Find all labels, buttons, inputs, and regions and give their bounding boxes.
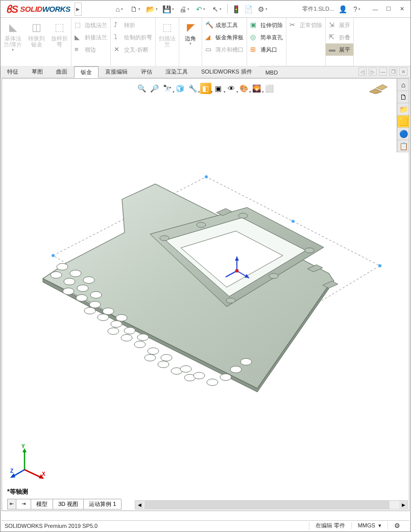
mdi-close-button[interactable]: ✕: [399, 67, 407, 76]
gear-icon: ⚙: [258, 5, 264, 13]
ribbon-group-forming: 🔨成形工具 ◢钣金角撑板 ▭薄片和槽口: [202, 18, 247, 66]
edge-flange-button[interactable]: ⬚边线法兰: [71, 19, 110, 31]
menu-expand-button[interactable]: ▶: [75, 3, 82, 16]
view-settings-button[interactable]: ⬜: [264, 83, 275, 94]
forming-tool-button[interactable]: 🔨成形工具: [202, 19, 247, 31]
svg-point-5: [292, 220, 295, 223]
display-style-button[interactable]: ▣: [213, 83, 224, 94]
scroll-right-button[interactable]: ▶: [399, 501, 407, 509]
task-design-library-button[interactable]: 🗋: [397, 91, 409, 103]
edit-appearance-button[interactable]: 🎨: [238, 83, 250, 94]
home-button[interactable]: ⌂: [111, 4, 127, 15]
hem-button[interactable]: ≡褶边: [71, 43, 110, 56]
miter-flange-icon: ◣: [75, 33, 83, 41]
orientation-triad[interactable]: Y X Z: [10, 444, 46, 480]
svg-point-0: [52, 254, 55, 257]
mdi-minimize-button[interactable]: —: [379, 67, 387, 76]
tab-direct-editing[interactable]: 直接编辑: [99, 66, 134, 77]
status-units[interactable]: MMGS ▾: [351, 522, 388, 529]
task-appearances-button[interactable]: 🔵: [397, 128, 409, 140]
simple-hole-button[interactable]: ◎简单直孔: [247, 31, 286, 43]
svg-point-37: [158, 361, 169, 368]
print-button[interactable]: 🖨: [177, 4, 192, 15]
graphics-viewport[interactable]: 🔍 🔎 🔭 🧊 🔧 ◧ ▣ 👁 🎨 🌄 ⬜ ⌂ 🗋 📁 🟨 🔵 📋: [2, 78, 409, 511]
tab-slot-button[interactable]: ▭薄片和槽口: [202, 43, 247, 56]
rebuild-button[interactable]: 🚦: [230, 4, 241, 15]
tab-mbd[interactable]: MBD: [259, 67, 284, 77]
flatten-button[interactable]: ▬展平: [326, 43, 353, 56]
svg-point-25: [116, 315, 127, 321]
minimize-button[interactable]: —: [369, 4, 382, 15]
maximize-button[interactable]: ☐: [382, 4, 395, 15]
ribbon-group-base: ◣基体法 兰/薄片▾ ◫转换到 钣金 ⬚放样折 弯: [1, 18, 71, 66]
dynamic-annotation-button[interactable]: 🔧: [187, 83, 199, 94]
tab-3d-views[interactable]: 3D 视图: [53, 499, 84, 510]
apply-scene-button[interactable]: 🌄: [251, 83, 262, 94]
fold-button[interactable]: ⇱折叠: [326, 31, 353, 43]
unfold-button[interactable]: ⇲展开: [326, 19, 353, 31]
tab-features[interactable]: 特征: [1, 66, 25, 77]
lofted-bend-button[interactable]: ⬚放样折 弯: [48, 18, 71, 66]
convert-sheetmetal-button[interactable]: ◫转换到 钣金: [25, 18, 48, 66]
ribbon-group-sweep: ⬚扫描法 兰: [156, 18, 179, 66]
macro-button[interactable]: 📄: [243, 4, 254, 15]
user-button[interactable]: 👤: [337, 4, 348, 15]
options-button[interactable]: ⚙: [255, 4, 270, 15]
status-options-button[interactable]: ⚙: [388, 522, 406, 529]
zoom-area-button[interactable]: 🔎: [149, 83, 160, 94]
hide-show-button[interactable]: 👁: [226, 83, 237, 94]
task-file-explorer-button[interactable]: 📁: [397, 103, 409, 115]
select-button[interactable]: ↖: [209, 4, 225, 15]
sketched-bend-button[interactable]: ⤵绘制的折弯: [111, 31, 155, 43]
tab-sheetmetal[interactable]: 钣金: [74, 66, 99, 78]
sketched-bend-icon: ⤵: [114, 33, 122, 41]
svg-text:Y: Y: [21, 444, 25, 449]
previous-view-button[interactable]: 🔭: [162, 83, 173, 94]
mdi-next-button[interactable]: ▷: [369, 67, 377, 76]
view-orientation-button[interactable]: ◧: [200, 83, 211, 94]
tab-motion-study[interactable]: 运动算例 1: [83, 499, 122, 510]
hem-icon: ≡: [75, 45, 83, 54]
gusset-button[interactable]: ◢钣金角撑板: [202, 31, 247, 43]
horizontal-scrollbar[interactable]: ◀ ▶: [135, 500, 408, 510]
tab-model[interactable]: 模型: [31, 499, 53, 510]
section-view-button[interactable]: 🧊: [175, 83, 186, 94]
tab-surfaces[interactable]: 曲面: [50, 66, 74, 77]
svg-rect-51: [235, 269, 238, 272]
save-button[interactable]: 💾: [160, 4, 176, 15]
jog-button[interactable]: ⤴转折: [111, 19, 155, 31]
zoom-fit-button[interactable]: 🔍: [136, 83, 148, 94]
cross-break-button[interactable]: ✕交叉-折断: [111, 43, 155, 56]
miter-flange-button[interactable]: ◣斜接法兰: [71, 31, 110, 43]
close-button[interactable]: ✕: [395, 4, 408, 15]
svg-point-10: [238, 213, 248, 218]
svg-point-32: [121, 335, 132, 341]
corners-button[interactable]: ◤边角▾: [179, 18, 202, 47]
normal-cut-button[interactable]: ✂正常切除: [286, 19, 325, 31]
extruded-cut-button[interactable]: ▣拉伸切除: [247, 19, 286, 31]
undo-button[interactable]: ↶: [193, 4, 208, 15]
help-button[interactable]: ?: [349, 4, 365, 15]
base-flange-button[interactable]: ◣基体法 兰/薄片▾: [1, 18, 25, 66]
motion-tab-prev[interactable]: ⇤: [7, 499, 16, 510]
task-custom-props-button[interactable]: 📋: [397, 140, 409, 152]
mdi-restore-button[interactable]: ❐: [389, 67, 397, 76]
tab-sketch[interactable]: 草图: [25, 66, 50, 77]
scroll-left-button[interactable]: ◀: [135, 501, 143, 509]
tab-render-tools[interactable]: 渲染工具: [159, 66, 195, 77]
vent-button[interactable]: ⊞通风口: [247, 43, 286, 56]
mdi-prev-button[interactable]: ◁: [358, 67, 367, 76]
new-button[interactable]: 🗋: [128, 4, 143, 15]
task-resource-button[interactable]: ⌂: [397, 79, 409, 91]
svg-point-41: [194, 373, 205, 379]
open-button[interactable]: 📂: [144, 4, 159, 15]
scroll-thumb[interactable]: [144, 501, 390, 509]
task-view-palette-button[interactable]: 🟨: [397, 115, 409, 128]
tab-solidworks-addins[interactable]: SOLIDWORKS 插件: [195, 66, 259, 77]
flatten-indicator-icon[interactable]: [368, 84, 389, 94]
task-pane: ⌂ 🗋 📁 🟨 🔵 📋: [397, 79, 409, 152]
swept-flange-button[interactable]: ⬚扫描法 兰: [156, 18, 179, 49]
motion-tab-next[interactable]: ⇥: [16, 499, 31, 510]
svg-point-8: [160, 236, 169, 241]
tab-evaluate[interactable]: 评估: [134, 66, 159, 77]
